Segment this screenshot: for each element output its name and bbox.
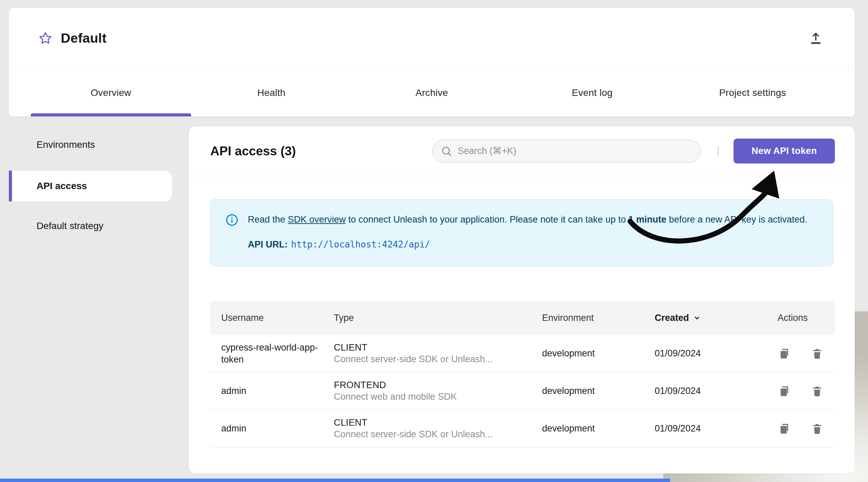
tab-overview[interactable]: Overview	[31, 69, 191, 116]
sidebar-item-default-strategy[interactable]: Default strategy	[37, 221, 103, 231]
token-actions	[778, 347, 835, 360]
token-type: CLIENT	[334, 417, 542, 428]
info-alert: Read the SDK overview to connect Unleash…	[210, 199, 833, 266]
api-url-label: API URL:	[248, 239, 288, 250]
token-environment: development	[542, 386, 655, 396]
token-created: 01/09/2024	[655, 386, 778, 396]
page-title: API access (3)	[210, 144, 296, 158]
sdk-overview-link[interactable]: SDK overview	[288, 214, 346, 225]
delete-trash-icon[interactable]	[810, 422, 824, 436]
tab-event-log[interactable]: Event log	[512, 69, 672, 116]
project-header: Default	[9, 8, 855, 69]
token-created: 01/09/2024	[655, 348, 778, 359]
chevron-down-icon	[693, 313, 701, 322]
table-row: cypress-real-world-app-token CLIENT Conn…	[210, 335, 835, 372]
sidebar-item-api-access-label: API access	[37, 181, 87, 192]
search-icon	[441, 145, 452, 157]
sidebar-item-api-access[interactable]: API access	[9, 171, 172, 201]
project-title: Default	[61, 31, 106, 46]
token-environment: development	[542, 348, 655, 359]
api-url-value: http://localhost:4242/api/	[291, 239, 430, 250]
token-username: cypress-real-world-app-token	[221, 342, 324, 366]
project-header-card: Default Overview Health Archive Event lo…	[9, 8, 855, 116]
api-access-panel: API access (3) New API token Read the SD…	[189, 126, 855, 473]
token-type: FRONTEND	[334, 380, 542, 391]
token-type-description: Connect server-side SDK or Unleash...	[334, 429, 542, 440]
project-tab-bar: Overview Health Archive Event log Projec…	[9, 69, 855, 116]
column-header-username: Username	[221, 313, 334, 323]
search-box[interactable]	[432, 140, 701, 163]
token-type: CLIENT	[334, 342, 542, 353]
table-row: admin CLIENT Connect server-side SDK or …	[210, 410, 835, 448]
panel-header: API access (3) New API token	[189, 126, 855, 176]
info-icon	[226, 214, 238, 230]
favorite-star-icon[interactable]	[38, 30, 53, 46]
delete-trash-icon[interactable]	[810, 347, 824, 360]
alert-text: Read the SDK overview to connect Unleash…	[248, 213, 807, 252]
copy-icon[interactable]	[778, 422, 791, 436]
token-type-cell: CLIENT Connect server-side SDK or Unleas…	[334, 417, 542, 440]
copy-icon[interactable]	[778, 384, 791, 398]
header-divider	[718, 146, 718, 156]
table-header-row: Username Type Environment Created Action…	[210, 301, 835, 335]
alert-message: Read the SDK overview to connect Unleash…	[248, 213, 807, 227]
api-tokens-table: Username Type Environment Created Action…	[210, 301, 835, 448]
column-header-environment: Environment	[542, 313, 655, 323]
token-username: admin	[221, 385, 324, 397]
search-input[interactable]	[458, 146, 697, 156]
token-actions	[778, 422, 835, 436]
token-username: admin	[221, 423, 324, 435]
export-upload-icon[interactable]	[808, 30, 824, 46]
token-environment: development	[542, 423, 655, 434]
delete-trash-icon[interactable]	[810, 384, 824, 398]
table-row: admin FRONTEND Connect web and mobile SD…	[210, 372, 835, 410]
tab-project-settings[interactable]: Project settings	[672, 69, 833, 116]
token-type-cell: FRONTEND Connect web and mobile SDK	[334, 380, 542, 402]
column-header-actions: Actions	[778, 313, 835, 323]
api-url-line: API URL:http://localhost:4242/api/	[248, 238, 807, 252]
tab-health[interactable]: Health	[191, 69, 352, 116]
token-created: 01/09/2024	[655, 423, 778, 434]
new-api-token-button[interactable]: New API token	[734, 139, 835, 164]
bottom-blue-bar	[0, 479, 670, 482]
token-type-cell: CLIENT Connect server-side SDK or Unleas…	[334, 342, 542, 365]
token-type-description: Connect server-side SDK or Unleash...	[334, 354, 542, 365]
copy-icon[interactable]	[778, 347, 791, 360]
token-actions	[778, 384, 835, 398]
column-header-type: Type	[334, 313, 542, 323]
token-type-description: Connect web and mobile SDK	[334, 392, 542, 402]
column-header-created[interactable]: Created	[655, 313, 778, 323]
tab-archive[interactable]: Archive	[352, 69, 512, 116]
sidebar-item-environments[interactable]: Environments	[37, 139, 95, 150]
